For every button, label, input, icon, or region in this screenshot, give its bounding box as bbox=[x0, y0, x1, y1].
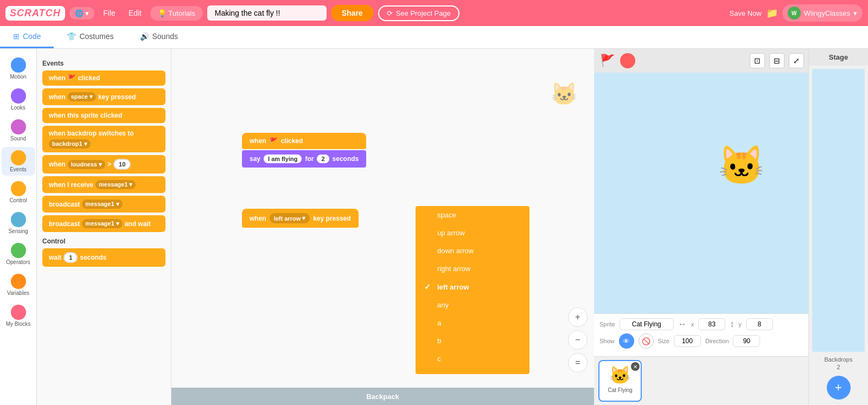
size-input[interactable] bbox=[674, 335, 701, 347]
sidebar-item-myblocks[interactable]: My Blocks bbox=[2, 301, 35, 330]
backdrops-count: 2 bbox=[809, 364, 868, 372]
sprite-info-row1: Sprite ↔ x ↕ y bbox=[599, 318, 803, 330]
file-menu[interactable]: File bbox=[99, 7, 120, 20]
event-block-key[interactable]: when left arrow ▾ key pressed bbox=[242, 209, 359, 228]
sprite-label: Sprite bbox=[599, 321, 615, 327]
sidebar-item-sensing[interactable]: Sensing bbox=[2, 209, 35, 237]
sidebar-item-looks[interactable]: Looks bbox=[2, 85, 35, 114]
scratch-logo[interactable]: SCRATCH bbox=[5, 6, 65, 21]
say-text-input[interactable]: I am flying bbox=[264, 155, 302, 163]
stage-small-button[interactable]: ⊡ bbox=[750, 53, 765, 68]
loudness-dropdown[interactable]: loudness ▾ bbox=[68, 160, 105, 169]
stage-fullscreen-button[interactable]: ⤢ bbox=[789, 53, 804, 68]
tab-sounds[interactable]: 🔊 Sounds bbox=[127, 26, 191, 48]
sidebar-label-myblocks: My Blocks bbox=[6, 321, 31, 327]
green-flag-button[interactable]: 🚩 bbox=[598, 52, 616, 69]
add-sprite-button[interactable]: + bbox=[827, 376, 851, 400]
block-broadcast-wait[interactable]: broadcast message1 ▾ and wait bbox=[42, 215, 165, 232]
sprite-info-row2: Show 👁 🚫 Size Direction bbox=[599, 333, 803, 349]
dropdown-item-up-arrow[interactable]: up arrow bbox=[416, 224, 529, 242]
tab-code[interactable]: ⊞ Code bbox=[0, 26, 54, 48]
backdrop-dropdown[interactable]: backdrop1 ▾ bbox=[49, 139, 91, 149]
zoom-in-button[interactable]: + bbox=[568, 307, 588, 327]
project-name-input[interactable] bbox=[207, 5, 327, 21]
see-project-button[interactable]: ⟳ See Project Page bbox=[378, 5, 459, 21]
dropdown-scroll[interactable]: space up arrow down arrow right arrow ✓ … bbox=[416, 206, 529, 374]
sprite-name-input[interactable] bbox=[620, 318, 674, 330]
variables-dot bbox=[11, 274, 26, 289]
show-eye-button[interactable]: 👁 bbox=[619, 333, 634, 349]
say-block[interactable]: say I am flying for 2 seconds bbox=[242, 150, 366, 168]
edit-menu[interactable]: Edit bbox=[124, 7, 146, 20]
stage-normal-button[interactable]: ⊟ bbox=[769, 53, 784, 68]
sidebar-item-sound[interactable]: Sound bbox=[2, 116, 35, 145]
dropdown-item-d[interactable]: d bbox=[416, 368, 529, 374]
key-dropdown-overlay[interactable]: space up arrow down arrow right arrow ✓ … bbox=[416, 206, 529, 374]
hide-eye-button[interactable]: 🚫 bbox=[639, 333, 654, 349]
key-dropdown-inline[interactable]: space ▾ bbox=[68, 92, 96, 101]
y-input[interactable] bbox=[746, 318, 773, 330]
stop-button[interactable] bbox=[620, 53, 635, 68]
block-when-loudness[interactable]: when loudness ▾ > 10 bbox=[42, 155, 165, 173]
dropdown-item-right-arrow[interactable]: right arrow bbox=[416, 260, 529, 278]
x-input[interactable] bbox=[698, 318, 725, 330]
block-when-backdrop[interactable]: when backdrop switches to backdrop1 ▾ bbox=[42, 126, 165, 152]
direction-label: Direction bbox=[705, 338, 729, 344]
share-button[interactable]: Share bbox=[331, 5, 374, 21]
dropdown-item-space[interactable]: space bbox=[416, 206, 529, 224]
operators-dot bbox=[11, 243, 26, 258]
dropdown-item-down-arrow[interactable]: down arrow bbox=[416, 242, 529, 260]
wait-input[interactable]: 1 bbox=[63, 252, 78, 263]
block-when-clicked[interactable]: when 🚩 clicked bbox=[42, 70, 165, 86]
sprite-delete-button[interactable]: ✕ bbox=[631, 362, 640, 371]
event-block-clicked[interactable]: when 🚩 clicked bbox=[242, 133, 366, 149]
script-area[interactable]: when 🚩 clicked say I am flying for 2 sec… bbox=[171, 49, 594, 405]
sensing-dot bbox=[11, 212, 26, 227]
loudness-value[interactable]: 10 bbox=[113, 159, 131, 170]
block-wait[interactable]: wait 1 seconds bbox=[42, 248, 165, 267]
stage-sidebar-header: Stage bbox=[809, 49, 868, 66]
broadcast-wait-dropdown[interactable]: message1 ▾ bbox=[82, 219, 122, 228]
user-badge[interactable]: W WiingyClasses ▾ bbox=[782, 4, 863, 22]
sidebar-item-operators[interactable]: Operators bbox=[2, 240, 35, 268]
dropdown-item-c[interactable]: c bbox=[416, 350, 529, 368]
save-now-button[interactable]: Save Now bbox=[730, 9, 762, 17]
code-icon: ⊞ bbox=[13, 32, 20, 41]
stage-canvas: 🐱 bbox=[594, 73, 808, 313]
sidebar-label-control: Control bbox=[9, 197, 27, 203]
backpack-bar[interactable]: Backpack bbox=[171, 388, 594, 405]
stage-cat-sprite: 🐱 bbox=[718, 143, 765, 188]
block-when-receive[interactable]: when I receive message1 ▾ bbox=[42, 176, 165, 193]
zoom-out-button[interactable]: − bbox=[568, 330, 588, 350]
direction-input[interactable] bbox=[733, 335, 760, 347]
costumes-icon: 👕 bbox=[67, 32, 76, 41]
user-avatar: W bbox=[788, 7, 801, 20]
block-when-key[interactable]: when space ▾ key pressed bbox=[42, 88, 165, 105]
sidebar-item-control[interactable]: Control bbox=[2, 178, 35, 207]
dropdown-item-a[interactable]: a bbox=[416, 314, 529, 332]
x-label: x bbox=[691, 321, 694, 327]
say-secs-input[interactable]: 2 bbox=[317, 155, 329, 163]
sidebar-item-variables[interactable]: Variables bbox=[2, 271, 35, 299]
tab-costumes[interactable]: 👕 Costumes bbox=[54, 26, 126, 48]
dropdown-item-left-arrow[interactable]: ✓ left arrow bbox=[416, 278, 529, 296]
sound-dot bbox=[11, 119, 26, 134]
zoom-reset-button[interactable]: = bbox=[568, 353, 588, 372]
folder-icon-button[interactable]: 📁 bbox=[766, 7, 778, 19]
block-when-sprite-clicked[interactable]: when this sprite clicked bbox=[42, 108, 165, 123]
stage-preview-thumb[interactable] bbox=[812, 69, 865, 352]
dropdown-item-any[interactable]: any bbox=[416, 296, 529, 314]
sidebar-item-events[interactable]: Events bbox=[2, 147, 35, 176]
sprite-thumb-cat-flying[interactable]: ✕ 🐱 Cat Flying bbox=[598, 360, 642, 402]
block-broadcast[interactable]: broadcast message1 ▾ bbox=[42, 196, 165, 213]
key-dropdown-script[interactable]: left arrow ▾ bbox=[270, 213, 310, 223]
see-project-icon: ⟳ bbox=[387, 9, 393, 17]
script-group-2: when left arrow ▾ key pressed bbox=[242, 209, 359, 228]
sidebar-item-motion[interactable]: Motion bbox=[2, 54, 35, 83]
globe-button[interactable]: 🌐 ▾ bbox=[69, 7, 95, 20]
dropdown-item-b[interactable]: b bbox=[416, 332, 529, 350]
receive-dropdown[interactable]: message1 ▾ bbox=[95, 180, 136, 189]
sprite-img-cat: 🐱 bbox=[609, 363, 631, 387]
broadcast-dropdown[interactable]: message1 ▾ bbox=[82, 200, 122, 209]
tutorials-button[interactable]: 💡 Tutorials bbox=[150, 6, 203, 21]
